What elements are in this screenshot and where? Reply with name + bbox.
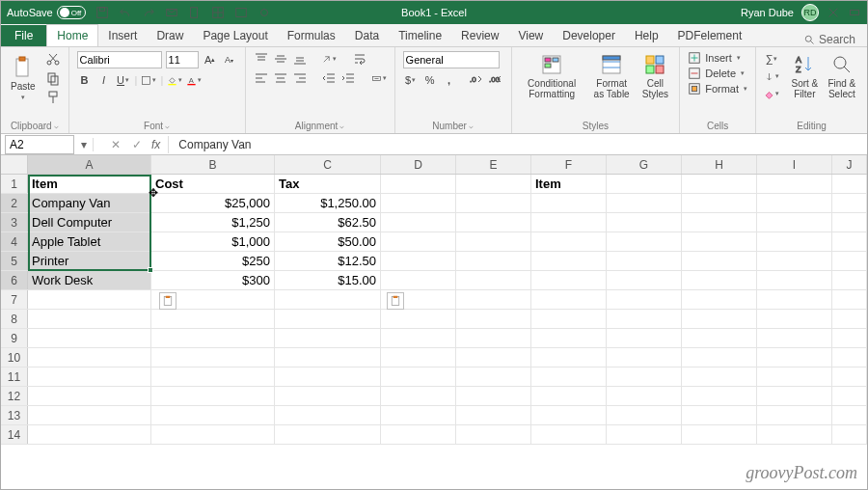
cell-B5[interactable]: $250 — [151, 252, 275, 270]
tab-draw[interactable]: Draw — [147, 25, 193, 46]
tab-developer[interactable]: Developer — [553, 25, 625, 46]
tab-view[interactable]: View — [508, 25, 553, 46]
avatar[interactable]: RD — [801, 4, 819, 21]
merge-center-icon[interactable]: ▾ — [371, 70, 387, 86]
redo-icon[interactable] — [142, 6, 155, 19]
cell-A5[interactable]: Printer — [28, 252, 151, 270]
borders-btn-icon[interactable]: ▾ — [141, 72, 156, 88]
rowhdr-9[interactable]: 9 — [1, 329, 28, 347]
cell-C5[interactable]: $12.50 — [275, 252, 381, 270]
decrease-decimal-icon[interactable]: .00 — [488, 72, 503, 88]
align-center-icon[interactable] — [273, 70, 288, 86]
formula-content[interactable]: Company Van — [173, 138, 257, 151]
increase-decimal-icon[interactable]: .0 — [469, 72, 484, 88]
cell-B2[interactable]: $25,000 — [151, 194, 275, 212]
worksheet-grid[interactable]: A B C D E F G H I J 1 Item Cost Tax Item… — [1, 155, 867, 489]
autosave-toggle[interactable]: Off — [57, 6, 86, 19]
rowhdr-10[interactable]: 10 — [1, 348, 28, 367]
tab-pagelayout[interactable]: Page Layout — [193, 25, 277, 46]
cell-E1[interactable] — [456, 175, 531, 193]
insert-cells-button[interactable]: Insert▾ — [688, 51, 747, 65]
rowhdr-13[interactable]: 13 — [1, 406, 28, 424]
font-color-icon[interactable]: A▾ — [186, 72, 202, 88]
font-size-select[interactable] — [166, 51, 199, 68]
colhdr-E[interactable]: E — [456, 155, 531, 174]
borders-icon[interactable] — [211, 6, 225, 19]
name-box[interactable] — [5, 135, 74, 154]
spellcheck-icon[interactable] — [234, 6, 248, 19]
colhdr-J[interactable]: J — [832, 155, 867, 174]
delete-cells-button[interactable]: Delete▾ — [688, 67, 747, 80]
wrap-text-icon[interactable] — [352, 51, 367, 67]
align-right-icon[interactable] — [292, 70, 308, 86]
enter-icon[interactable]: ✓ — [126, 138, 148, 151]
colhdr-C[interactable]: C — [275, 155, 381, 174]
format-painter-icon[interactable] — [45, 90, 61, 105]
tab-review[interactable]: Review — [451, 25, 508, 46]
ribbon-options-icon[interactable] — [848, 6, 861, 19]
percent-icon[interactable]: % — [422, 72, 438, 88]
name-box-dropdown[interactable]: ▾ — [78, 138, 94, 151]
cut-icon[interactable] — [45, 51, 61, 67]
paste-options-2[interactable] — [387, 292, 404, 310]
cell-C2[interactable]: $1,250.00 — [275, 194, 381, 212]
decrease-font-icon[interactable]: A▾ — [222, 52, 237, 68]
user-name[interactable]: Ryan Dube — [741, 7, 794, 18]
touch-icon[interactable] — [258, 6, 271, 19]
rowhdr-3[interactable]: 3 — [1, 213, 28, 231]
new-icon[interactable] — [188, 6, 202, 19]
cell-A3[interactable]: Dell Computer — [28, 213, 151, 231]
fx-icon[interactable]: fx — [148, 138, 164, 151]
paste-button[interactable]: Paste▾ — [9, 54, 38, 103]
colhdr-A[interactable]: A — [28, 155, 151, 174]
save-icon[interactable] — [95, 6, 109, 19]
colhdr-D[interactable]: D — [381, 155, 456, 174]
rowhdr-7[interactable]: 7 — [1, 290, 28, 309]
sort-filter-button[interactable]: AZ Sort & Filter — [789, 51, 821, 101]
cell-B1[interactable]: Cost — [151, 175, 275, 193]
font-name-select[interactable] — [77, 51, 162, 68]
conditional-formatting-button[interactable]: Conditional Formatting — [520, 51, 584, 101]
cell-C3[interactable]: $62.50 — [275, 213, 381, 231]
underline-icon[interactable]: U▾ — [116, 72, 131, 88]
cell-J1[interactable] — [832, 175, 867, 193]
cell-A1[interactable]: Item — [28, 175, 151, 193]
decrease-indent-icon[interactable] — [321, 70, 337, 86]
colhdr-H[interactable]: H — [682, 155, 757, 174]
cell-A4[interactable]: Apple Tablet — [28, 232, 151, 251]
rowhdr-2[interactable]: 2 — [1, 194, 28, 212]
undo-icon[interactable] — [119, 6, 132, 19]
cell-styles-button[interactable]: Cell Styles — [639, 51, 672, 101]
cell-C4[interactable]: $50.00 — [275, 232, 381, 251]
tab-home[interactable]: Home — [46, 24, 98, 46]
selection-handle[interactable] — [148, 267, 153, 273]
tab-pdf[interactable]: PDFelement — [668, 25, 752, 46]
colhdr-F[interactable]: F — [531, 155, 607, 174]
cell-B4[interactable]: $1,000 — [151, 232, 275, 251]
number-format-select[interactable] — [403, 51, 500, 68]
comma-icon[interactable]: , — [442, 72, 457, 88]
tab-timeline[interactable]: Timeline — [389, 25, 451, 46]
tab-file[interactable]: File — [1, 25, 46, 46]
cell-G1[interactable] — [607, 175, 682, 193]
autosum-icon[interactable]: ∑▾ — [764, 51, 779, 67]
align-left-icon[interactable] — [254, 70, 269, 86]
cell-I1[interactable] — [757, 175, 832, 193]
cell-B3[interactable]: $1,250 — [151, 213, 275, 231]
align-middle-icon[interactable] — [273, 51, 288, 67]
rowhdr-6[interactable]: 6 — [1, 271, 28, 289]
cell-D1[interactable] — [381, 175, 456, 193]
tab-insert[interactable]: Insert — [98, 25, 147, 46]
cell-C6[interactable]: $15.00 — [275, 271, 381, 289]
colhdr-G[interactable]: G — [607, 155, 682, 174]
fill-color-icon[interactable]: ▾ — [167, 72, 182, 88]
cancel-icon[interactable]: ✕ — [105, 138, 126, 151]
accounting-icon[interactable]: $▾ — [403, 72, 419, 88]
rowhdr-12[interactable]: 12 — [1, 387, 28, 405]
clear-icon[interactable]: ▾ — [764, 86, 779, 101]
rowhdr-14[interactable]: 14 — [1, 425, 28, 444]
select-all-corner[interactable] — [1, 155, 28, 174]
format-as-table-button[interactable]: Format as Table — [588, 51, 636, 101]
coming-soon-icon[interactable] — [827, 6, 840, 19]
increase-indent-icon[interactable] — [340, 70, 356, 86]
